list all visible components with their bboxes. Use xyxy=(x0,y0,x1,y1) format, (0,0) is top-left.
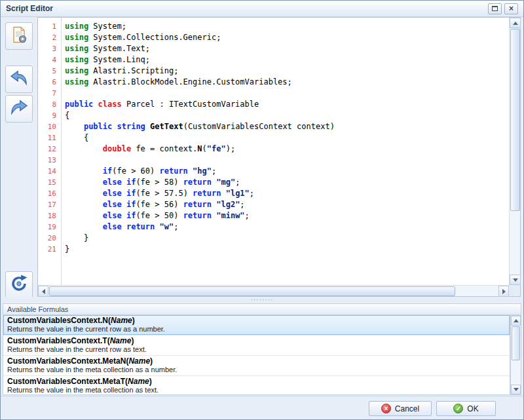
arrow-right-icon xyxy=(502,289,506,294)
line-number: 3 xyxy=(38,43,61,54)
code-line[interactable]: using System.Text; xyxy=(65,43,508,54)
code-line[interactable]: { xyxy=(65,132,508,143)
script-properties-button[interactable] xyxy=(5,22,33,50)
splitter[interactable]: ········ xyxy=(1,297,523,303)
line-number: 6 xyxy=(38,77,61,88)
editor-vertical-scrollbar[interactable] xyxy=(509,18,520,285)
formula-title: CustomVariablesContext.T(Name) xyxy=(7,336,506,345)
line-number: 16 xyxy=(38,188,61,199)
code-line[interactable]: else if(fe > 56) return "lg2"; xyxy=(65,199,508,210)
formula-title: CustomVariablesContext.N(Name) xyxy=(7,316,506,325)
line-number: 18 xyxy=(38,210,61,221)
arrow-up-icon xyxy=(513,22,518,25)
line-number: 12 xyxy=(38,143,61,155)
redo-button[interactable] xyxy=(5,95,33,123)
code-line[interactable]: using Alastri.Scripting; xyxy=(65,66,508,77)
code-line[interactable]: if(fe > 60) return "hg"; xyxy=(65,166,508,177)
line-number: 5 xyxy=(38,66,61,77)
code-line[interactable]: else if(fe > 50) return "minw"; xyxy=(65,210,508,221)
maximize-button[interactable] xyxy=(488,3,502,14)
line-number: 17 xyxy=(38,199,61,210)
compile-refresh-icon xyxy=(10,275,28,296)
formula-scroll-down-button[interactable] xyxy=(511,385,521,394)
cancel-button[interactable]: × Cancel xyxy=(369,401,432,416)
redo-arrow-icon xyxy=(9,100,29,118)
left-toolbar xyxy=(1,17,37,297)
undo-button[interactable] xyxy=(5,66,33,93)
maximize-icon xyxy=(492,6,498,11)
arrow-left-icon xyxy=(42,289,45,294)
code-line[interactable]: public class Parcel : ITextCustomVariabl… xyxy=(65,99,508,110)
code-editor[interactable]: 123456789101112131415161718192021 using … xyxy=(37,17,521,297)
horizontal-scroll-thumb[interactable] xyxy=(49,286,455,296)
available-formulas-label: Available Formulas xyxy=(7,305,68,313)
close-button[interactable]: × xyxy=(504,3,518,14)
vertical-scroll-thumb[interactable] xyxy=(510,29,520,211)
scroll-up-button[interactable] xyxy=(510,18,521,28)
compile-script-button[interactable] xyxy=(5,271,33,299)
scrollbar-corner xyxy=(509,285,520,296)
arrow-up-icon xyxy=(514,319,519,322)
code-line[interactable]: } xyxy=(65,244,508,255)
line-number: 11 xyxy=(38,132,61,143)
scroll-right-button[interactable] xyxy=(498,286,509,297)
code-line[interactable] xyxy=(65,155,508,166)
code-lines[interactable]: using System;using System.Collections.Ge… xyxy=(65,21,508,284)
formula-list-scrollbar[interactable] xyxy=(510,315,521,395)
window-controls: × xyxy=(485,3,518,14)
code-line[interactable]: using System; xyxy=(65,21,508,32)
line-number: 10 xyxy=(38,121,61,132)
code-line[interactable]: double fe = context.N("fe"); xyxy=(65,143,508,155)
formula-description: Returns the value in the meta collection… xyxy=(7,366,506,374)
splitter-grip-icon: ········ xyxy=(251,298,274,302)
formula-scroll-up-button[interactable] xyxy=(511,316,521,326)
titlebar[interactable]: Script Editor × xyxy=(1,1,523,17)
code-line[interactable]: using Alastri.BlockModel.Engine.CustomVa… xyxy=(65,77,508,88)
arrow-down-icon xyxy=(513,278,518,282)
line-number: 9 xyxy=(38,110,61,121)
scroll-left-button[interactable] xyxy=(38,286,48,297)
ok-button-label: OK xyxy=(467,404,478,413)
line-numbers: 123456789101112131415161718192021 xyxy=(38,18,62,285)
formula-list: CustomVariablesContext.N(Name)Returns th… xyxy=(3,315,510,395)
code-line[interactable]: } xyxy=(65,233,508,244)
formula-item[interactable]: CustomVariablesContext.MetaN(Name)Return… xyxy=(3,356,510,376)
formula-item[interactable]: CustomVariablesContext.N(Name)Returns th… xyxy=(3,315,510,335)
document-gear-icon xyxy=(10,26,28,47)
code-line[interactable]: else if(fe > 58) return "mg"; xyxy=(65,177,508,188)
script-editor-window: Script Editor × xyxy=(0,0,524,420)
cancel-icon: × xyxy=(381,404,391,413)
code-line[interactable]: public string GetText(CustomVariablesCon… xyxy=(65,121,508,132)
code-line[interactable]: { xyxy=(65,110,508,121)
line-number: 7 xyxy=(38,88,61,99)
formula-title: CustomVariablesContext.MetaT(Name) xyxy=(7,377,506,386)
line-number: 1 xyxy=(38,21,61,32)
code-line[interactable]: else if(fe > 57.5) return "lg1"; xyxy=(65,188,508,199)
code-line[interactable]: using System.Linq; xyxy=(65,54,508,66)
ok-button[interactable]: ✓ OK xyxy=(436,401,496,416)
line-number: 2 xyxy=(38,32,61,43)
formula-item[interactable]: CustomVariablesContext.MetaT(Name)Return… xyxy=(3,376,510,395)
line-number: 4 xyxy=(38,54,61,66)
line-number: 14 xyxy=(38,166,61,177)
line-number: 8 xyxy=(38,99,61,110)
line-number: 19 xyxy=(38,221,61,233)
formula-title: CustomVariablesContext.MetaN(Name) xyxy=(7,356,506,366)
code-line[interactable]: else return "w"; xyxy=(65,221,508,233)
available-formulas-header: Available Formulas xyxy=(3,303,521,315)
formula-item[interactable]: CustomVariablesContext.T(Name)Returns th… xyxy=(3,335,510,356)
line-number: 13 xyxy=(38,155,61,166)
line-number: 15 xyxy=(38,177,61,188)
code-line[interactable]: using System.Collections.Generic; xyxy=(65,32,508,43)
line-number: 21 xyxy=(38,244,61,255)
undo-arrow-icon xyxy=(9,70,29,88)
code-line[interactable] xyxy=(65,88,508,99)
close-icon: × xyxy=(509,5,514,12)
editor-horizontal-scrollbar[interactable] xyxy=(38,285,509,296)
footer-bar: × Cancel ✓ OK xyxy=(1,396,523,419)
window-title: Script Editor xyxy=(6,4,53,13)
formula-scroll-thumb[interactable] xyxy=(512,326,520,360)
formula-description: Returns the value in the current row as … xyxy=(7,325,506,334)
arrow-down-icon xyxy=(514,388,519,391)
scroll-down-button[interactable] xyxy=(510,275,521,285)
